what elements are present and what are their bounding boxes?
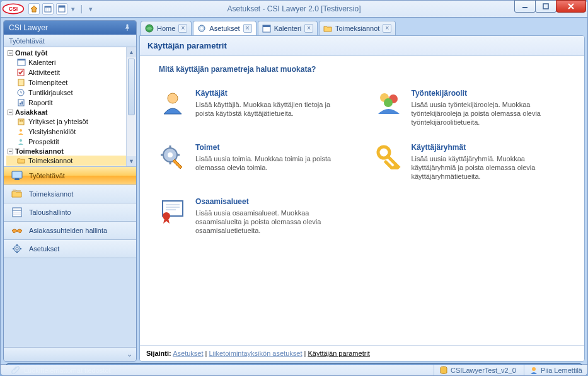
card-grid: KäyttäjätLisää käyttäjiä. Muokkaa käyttä…: [159, 89, 565, 235]
card-desc: Lisää uusia käyttäjäryhmiä. Muokkaa käyt…: [412, 154, 566, 181]
handshake-icon: [10, 224, 24, 237]
svg-rect-24: [15, 178, 19, 179]
card-toimet[interactable]: ToimetLisää uusia toimia. Muokkaa toimia…: [159, 143, 350, 181]
folder-icon: [16, 166, 26, 167]
calendar-icon: [262, 24, 271, 33]
qat-expand-icon[interactable]: ▾: [88, 3, 94, 14]
tree-group-omat[interactable]: −Omat työt: [6, 48, 136, 57]
tab-kalenteri[interactable]: Kalenteri×: [258, 21, 318, 35]
svg-point-44: [384, 98, 393, 107]
close-button[interactable]: [556, 0, 586, 13]
nav-asiakassuhteet[interactable]: Asiakassuhteiden hallinta: [4, 221, 136, 240]
sidebar-panel-title: Työtehtävät: [4, 35, 136, 47]
tree-item-avauspyynnot[interactable]: Avauspyynnöt: [6, 166, 136, 167]
tab-toimeksiannot[interactable]: Toimeksiannot×: [319, 21, 396, 35]
nav-tyotehtavat[interactable]: Työtehtävät: [4, 166, 136, 185]
qat-calendar-icon[interactable]: [42, 3, 54, 14]
tree-item-aktiviteetit[interactable]: Aktiviteetit: [6, 67, 136, 77]
collapse-icon[interactable]: −: [8, 50, 13, 56]
folder-icon: [323, 24, 332, 33]
page-question: Mitä käyttäjän parametreja haluat muokat…: [159, 65, 565, 74]
tab-close-icon[interactable]: ×: [383, 24, 391, 33]
tree-item-kalenteri[interactable]: Kalenteri: [6, 57, 136, 67]
tree-item-raportit[interactable]: Raportit: [6, 98, 136, 108]
tree-item-prospektit[interactable]: Prospektit: [6, 137, 136, 147]
tree-group-toimeksiannot[interactable]: −Toimeksiannot: [6, 147, 136, 156]
tab-home[interactable]: Home×: [141, 21, 192, 35]
qat-window-icon[interactable]: [56, 3, 67, 14]
svg-point-22: [20, 139, 22, 142]
qat-home-icon[interactable]: [28, 3, 40, 14]
user-icon: [159, 89, 187, 117]
card-osaamisalueet[interactable]: OsaamisalueetLisää uusia osaamisalueet. …: [159, 197, 350, 235]
tree-scrollbar[interactable]: ▲ ▼: [126, 47, 136, 166]
person-icon: [16, 127, 26, 136]
gear-icon: [10, 242, 24, 256]
building-icon: [16, 117, 26, 126]
attachment-icon: [11, 365, 20, 375]
svg-point-41: [168, 93, 178, 103]
card-desc: Lisää käyttäjiä. Muokkaa käyttäjien tiet…: [195, 100, 350, 118]
scroll-track[interactable]: [127, 57, 136, 156]
nav-asetukset[interactable]: Asetukset: [4, 239, 136, 258]
chevron-down-icon[interactable]: ⌄: [127, 350, 132, 358]
status-db: CSILawyerTest_v2_0: [434, 365, 516, 375]
sidebar-header: CSI Lawyer: [4, 21, 136, 35]
card-title[interactable]: Käyttäjäryhmät: [412, 143, 566, 152]
nav-toimeksiannot[interactable]: Toimeksiannot: [4, 185, 136, 203]
scroll-down-icon[interactable]: ▼: [127, 156, 136, 166]
tab-close-icon[interactable]: ×: [178, 24, 187, 33]
card-title[interactable]: Käyttäjät: [195, 89, 350, 98]
collapse-icon[interactable]: −: [8, 149, 13, 154]
quick-access-toolbar: ▾ │ ▾: [28, 3, 94, 14]
gear-wrench-icon: [159, 143, 187, 171]
svg-rect-3: [45, 6, 51, 8]
tree-item-toimeksiannot[interactable]: Toimeksiannot: [6, 156, 136, 166]
scroll-up-icon[interactable]: ▲: [127, 47, 136, 57]
card-ryhmat[interactable]: KäyttäjäryhmätLisää uusia käyttäjäryhmiä…: [375, 143, 566, 181]
qat-sep: │: [79, 3, 85, 14]
app-logo: CSI: [1, 0, 26, 18]
tree-group-asiakkaat[interactable]: −Asiakkaat: [6, 108, 136, 117]
status-user: Piia Lemettilä: [524, 365, 582, 375]
breadcrumb-label: Sijainti:: [146, 350, 171, 357]
svg-rect-18: [18, 119, 24, 125]
folder-stack-icon: [10, 187, 24, 201]
gear-icon: [197, 24, 206, 33]
page-title: Käyttäjän parametrit: [140, 36, 584, 56]
tree-item-tuntikirjaukset[interactable]: Tuntikirjaukset: [6, 88, 136, 98]
scroll-thumb[interactable]: [128, 59, 135, 115]
card-title[interactable]: Osaamisalueet: [195, 197, 350, 206]
maximize-button[interactable]: [535, 0, 556, 13]
calendar-icon: [16, 58, 26, 67]
minimize-button[interactable]: [514, 0, 536, 13]
sidebar: CSI Lawyer Työtehtävät −Omat työt Kalent…: [3, 20, 137, 362]
qat-dropdown-icon[interactable]: ▾: [70, 3, 76, 14]
nav-tree: −Omat työt Kalenteri Aktiviteetit Toimen…: [4, 47, 136, 167]
main-area: Home× Asetukset× Kalenteri× Toimeksianno…: [139, 20, 585, 362]
content-panel: Käyttäjän parametrit Mitä käyttäjän para…: [139, 35, 585, 362]
tab-strip: Home× Asetukset× Kalenteri× Toimeksianno…: [139, 20, 585, 35]
svg-rect-7: [59, 6, 65, 8]
tab-asetukset[interactable]: Asetukset×: [193, 21, 256, 35]
key-icon: [375, 143, 403, 171]
card-title[interactable]: Työntekijäroolit: [412, 89, 566, 98]
collapse-icon[interactable]: −: [8, 110, 13, 115]
tree-item-toimenpiteet[interactable]: Toimenpiteet: [6, 77, 136, 88]
card-roolit[interactable]: TyöntekijäroolitLisää uusia työntekijäro…: [375, 89, 566, 127]
task-icon: [16, 78, 26, 87]
pin-icon[interactable]: [124, 24, 131, 31]
app-frame: CSI Lawyer Työtehtävät −Omat työt Kalent…: [0, 18, 588, 365]
tree-item-yritykset[interactable]: Yritykset ja yhteisöt: [6, 117, 136, 127]
tab-close-icon[interactable]: ×: [304, 24, 313, 33]
svg-text:CSI: CSI: [9, 6, 18, 12]
tab-close-icon[interactable]: ×: [243, 24, 252, 33]
tree-item-yksityishenkilot[interactable]: Yksityishenkilöt: [6, 127, 136, 137]
nav-taloushallinto[interactable]: Taloushallinto: [4, 203, 136, 222]
dock-label: Luokittelemattomat tiedostot: [24, 367, 111, 374]
card-title[interactable]: Toimet: [195, 143, 350, 152]
svg-rect-13: [18, 79, 24, 86]
breadcrumb-asetukset[interactable]: Asetukset: [173, 350, 203, 357]
breadcrumb-liiketoiminta[interactable]: Liiketoimintayksikön asetukset: [209, 350, 302, 357]
card-kayttajat[interactable]: KäyttäjätLisää käyttäjiä. Muokkaa käyttä…: [159, 89, 350, 127]
